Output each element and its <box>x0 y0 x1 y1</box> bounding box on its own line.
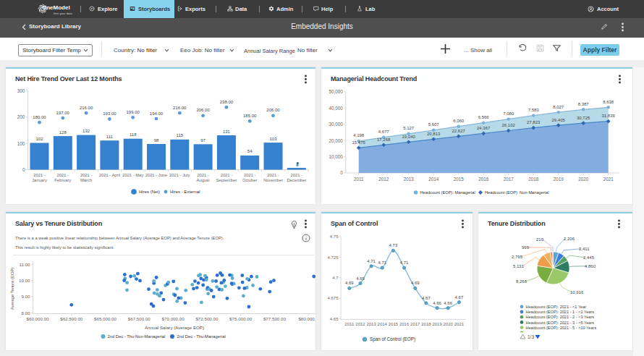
svg-text:2011: 2011 <box>344 322 355 326</box>
svg-text:2016: 2016 <box>478 177 489 182</box>
svg-text:2nd Dec - Thu-Non-Managerial: 2nd Dec - Thu-Non-Managerial <box>108 334 166 339</box>
svg-text:4.725: 4.725 <box>327 255 339 260</box>
svg-text:180.00: 180.00 <box>33 115 46 119</box>
svg-text:Headcount (EOP): Non-Manageria: Headcount (EOP): Non-Managerial <box>485 190 549 195</box>
svg-text:8,387: 8,387 <box>578 102 590 106</box>
svg-text:2,445: 2,445 <box>583 255 595 260</box>
svg-text:2013: 2013 <box>366 322 376 326</box>
svg-text:115: 115 <box>177 133 184 137</box>
svg-text:2021: 2021 <box>603 177 614 182</box>
svg-text:$80,000...: $80,000... <box>298 316 315 321</box>
svg-text:10.00: 10.00 <box>19 278 30 283</box>
svg-text:4.67: 4.67 <box>422 296 431 300</box>
svg-text:Headcount (EOP): 2021 - 5 - <1: Headcount (EOP): 2021 - 5 - <10 Years <box>525 326 596 330</box>
svg-text:2,795: 2,795 <box>512 255 523 259</box>
svg-text:Headcount (EOP): 2021 - 3 - <5: Headcount (EOP): 2021 - 3 - <5 Years <box>525 321 594 325</box>
svg-text:4,860: 4,860 <box>585 264 596 268</box>
svg-text:2017: 2017 <box>410 322 420 326</box>
svg-text:2021 -: 2021 - <box>80 173 93 177</box>
svg-text:2,206: 2,206 <box>564 237 575 241</box>
svg-text:40,000: 40,000 <box>329 106 344 111</box>
svg-text:200: 200 <box>17 114 25 119</box>
svg-text:4.71: 4.71 <box>378 260 386 265</box>
svg-text:20,000: 20,000 <box>329 138 344 143</box>
svg-text:206.00: 206.00 <box>266 108 280 112</box>
svg-text:6,060: 6,060 <box>453 119 465 123</box>
svg-text:103: 103 <box>269 137 277 141</box>
svg-text:131: 131 <box>223 130 231 134</box>
svg-text:7,583: 7,583 <box>528 108 540 112</box>
svg-text:4,198: 4,198 <box>353 133 365 137</box>
svg-text:2021: 2021 <box>454 322 465 326</box>
svg-text:2021 -: 2021 - <box>33 173 46 177</box>
svg-text:2021 - April: 2021 - April <box>99 173 120 177</box>
svg-text:185.00: 185.00 <box>243 114 257 118</box>
svg-text:8,266: 8,266 <box>516 279 528 284</box>
svg-text:4.69: 4.69 <box>345 281 354 285</box>
svg-text:2014: 2014 <box>378 322 388 326</box>
svg-text:August: August <box>197 178 210 182</box>
svg-text:8,638: 8,638 <box>603 100 614 104</box>
svg-text:197.00: 197.00 <box>56 111 70 115</box>
svg-text:29,405: 29,405 <box>552 118 566 122</box>
svg-text:30,000: 30,000 <box>329 122 344 127</box>
svg-text:30,725: 30,725 <box>577 116 590 120</box>
svg-text:December: December <box>287 178 306 182</box>
svg-text:2012: 2012 <box>355 322 365 326</box>
svg-text:118: 118 <box>130 132 137 137</box>
svg-text:5,607: 5,607 <box>428 122 440 127</box>
svg-text:300: 300 <box>17 88 25 93</box>
svg-text:7,080: 7,080 <box>503 111 514 116</box>
svg-text:$60,000.00: $60,000.00 <box>27 316 50 321</box>
svg-text:2019: 2019 <box>554 177 564 182</box>
svg-text:22,627: 22,627 <box>452 129 466 133</box>
svg-text:206.00: 206.00 <box>196 108 210 112</box>
svg-text:238.00: 238.00 <box>220 100 234 104</box>
svg-text:Headcount (EOP): Managerial: Headcount (EOP): Managerial <box>420 190 475 195</box>
svg-text:2016: 2016 <box>399 322 410 326</box>
svg-text:2021 - June: 2021 - June <box>145 173 168 177</box>
svg-text:10,000: 10,000 <box>329 154 344 159</box>
svg-text:17,268: 17,268 <box>377 137 391 142</box>
svg-text:$75,000.00: $75,000.00 <box>229 316 253 321</box>
svg-text:2021 -: 2021 - <box>57 173 69 177</box>
svg-text:4.675: 4.675 <box>327 296 339 300</box>
svg-text:4.66: 4.66 <box>433 301 441 305</box>
svg-text:Headcount (EOP): 2021 - 1 - <2: Headcount (EOP): 2021 - 1 - <2 Years <box>525 310 594 314</box>
svg-text:128: 128 <box>59 130 67 135</box>
svg-text:September: September <box>216 178 237 182</box>
svg-text:January: January <box>32 178 47 182</box>
svg-text:2021 - July: 2021 - July <box>169 173 190 177</box>
svg-text:6,566: 6,566 <box>478 115 490 119</box>
svg-text:4.69: 4.69 <box>356 276 365 281</box>
svg-text:97: 97 <box>200 138 206 143</box>
svg-text:2021 -: 2021 - <box>244 173 256 177</box>
svg-text:0: 0 <box>340 170 343 175</box>
svg-text:4.7: 4.7 <box>332 276 339 280</box>
svg-text:11.00: 11.00 <box>19 262 30 267</box>
svg-text:31,839: 31,839 <box>602 114 616 118</box>
svg-text:4.73: 4.73 <box>389 243 398 247</box>
svg-text:216.00: 216.00 <box>80 106 93 110</box>
svg-text:19,040: 19,040 <box>402 135 416 139</box>
svg-text:4.71: 4.71 <box>367 259 376 263</box>
svg-text:5,131: 5,131 <box>513 264 525 268</box>
svg-text:$72,500.00: $72,500.00 <box>195 316 219 321</box>
svg-text:Headcount (EOP): 2021 - 2 - <3: Headcount (EOP): 2021 - 2 - <3 Years <box>525 315 594 319</box>
svg-text:2020: 2020 <box>444 322 454 326</box>
svg-text:15,475: 15,475 <box>352 140 366 145</box>
svg-text:1/3: 1/3 <box>528 334 534 339</box>
svg-text:5,127: 5,127 <box>403 126 415 130</box>
svg-text:2012: 2012 <box>378 177 389 182</box>
svg-text:4.69: 4.69 <box>411 281 420 285</box>
svg-text:10,916: 10,916 <box>570 290 584 294</box>
svg-text:4.66: 4.66 <box>444 301 452 305</box>
svg-text:2018: 2018 <box>421 322 431 326</box>
svg-text:$67,500.00: $67,500.00 <box>128 316 151 321</box>
svg-text:132: 132 <box>82 129 90 133</box>
svg-text:4.65: 4.65 <box>330 317 339 321</box>
svg-text:2011: 2011 <box>354 177 364 182</box>
svg-text:2021 - May: 2021 - May <box>122 173 143 177</box>
svg-text:0: 0 <box>22 167 25 172</box>
svg-text:193.00: 193.00 <box>103 111 116 116</box>
